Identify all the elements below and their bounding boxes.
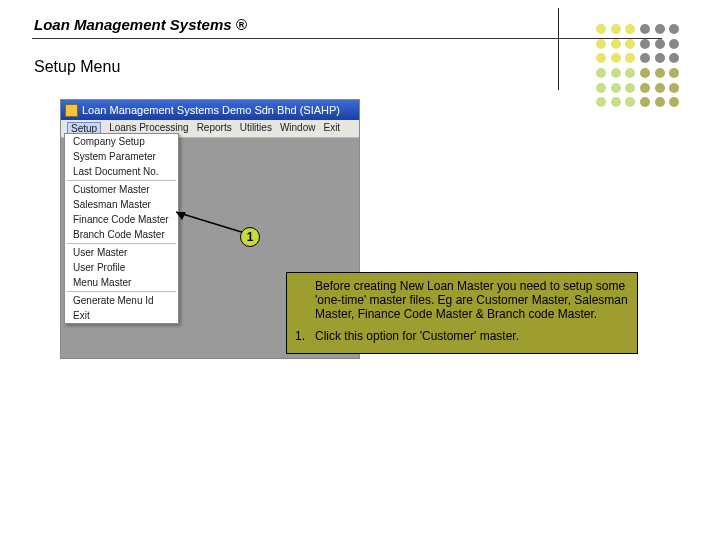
app-icon xyxy=(65,104,78,117)
instruction-step-text: Click this option for 'Customer' master. xyxy=(315,329,519,343)
page-title: Loan Management Systems ® xyxy=(34,16,247,33)
pointer-arrow-icon xyxy=(170,210,250,240)
menu-company-setup[interactable]: Company Setup xyxy=(65,134,178,149)
instruction-box: Before creating New Loan Master you need… xyxy=(286,272,638,354)
menu-branch-code-master[interactable]: Branch Code Master xyxy=(65,227,178,242)
callout-badge-1: 1 xyxy=(240,227,260,247)
dropdown-separator xyxy=(67,291,176,292)
subtitle: Setup Menu xyxy=(34,58,120,76)
menu-last-document-no[interactable]: Last Document No. xyxy=(65,164,178,179)
menu-exit[interactable]: Exit xyxy=(323,122,340,135)
menu-exit-item[interactable]: Exit xyxy=(65,308,178,323)
instruction-step-number: 1. xyxy=(295,329,305,343)
svg-marker-1 xyxy=(176,212,186,220)
menu-salesman-master[interactable]: Salesman Master xyxy=(65,197,178,212)
dropdown-separator xyxy=(67,243,176,244)
setup-dropdown: Company Setup System Parameter Last Docu… xyxy=(64,133,179,324)
svg-line-0 xyxy=(176,212,248,234)
menu-window[interactable]: Window xyxy=(280,122,316,135)
title-underline xyxy=(32,38,662,39)
titlebar: Loan Management Systems Demo Sdn Bhd (SI… xyxy=(61,100,359,120)
dropdown-separator xyxy=(67,180,176,181)
titlebar-text: Loan Management Systems Demo Sdn Bhd (SI… xyxy=(82,104,340,116)
menu-system-parameter[interactable]: System Parameter xyxy=(65,149,178,164)
menu-utilities[interactable]: Utilities xyxy=(240,122,272,135)
vertical-divider xyxy=(558,8,559,90)
menu-generate-menu-id[interactable]: Generate Menu Id xyxy=(65,293,178,308)
menu-user-profile[interactable]: User Profile xyxy=(65,260,178,275)
menu-finance-code-master[interactable]: Finance Code Master xyxy=(65,212,178,227)
instruction-intro: Before creating New Loan Master you need… xyxy=(315,279,629,321)
decorative-dots xyxy=(596,24,680,108)
menu-reports[interactable]: Reports xyxy=(197,122,232,135)
menu-menu-master[interactable]: Menu Master xyxy=(65,275,178,290)
menu-user-master[interactable]: User Master xyxy=(65,245,178,260)
menu-customer-master[interactable]: Customer Master xyxy=(65,182,178,197)
